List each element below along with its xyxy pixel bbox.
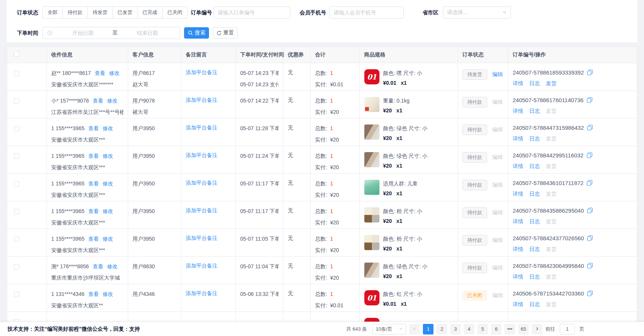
view-recipient-link[interactable]: 查看 — [88, 291, 99, 297]
modify-recipient-link[interactable]: 修改 — [109, 70, 120, 76]
log-link[interactable]: 日志 — [529, 135, 540, 142]
row-checkbox[interactable] — [14, 264, 19, 269]
modify-recipient-link[interactable]: 修改 — [107, 98, 118, 104]
row-checkbox[interactable] — [14, 236, 19, 242]
search-button[interactable]: 搜索 — [184, 27, 209, 39]
row-checkbox[interactable] — [14, 126, 19, 131]
edit-link[interactable]: 编辑 — [492, 237, 503, 243]
view-recipient-link[interactable]: 查看 — [93, 263, 103, 269]
log-link[interactable]: 日志 — [529, 274, 540, 280]
edit-link[interactable]: 编辑 — [492, 99, 503, 105]
region-select[interactable]: 请选择... — [443, 6, 511, 19]
goto-page-input[interactable] — [560, 324, 575, 334]
page-button-6[interactable]: 6 — [491, 324, 502, 334]
page-button-4[interactable]: 4 — [464, 324, 474, 334]
add-platform-note-link[interactable]: 添加平台备注 — [186, 263, 218, 269]
modify-recipient-link[interactable]: 修改 — [102, 236, 113, 242]
select-all-checkbox[interactable] — [14, 51, 19, 57]
status-filter-completed[interactable]: 已完成 — [137, 6, 163, 19]
view-recipient-link[interactable]: 查看 — [88, 153, 99, 159]
edit-link[interactable]: 编辑 — [492, 154, 503, 160]
copy-icon[interactable] — [587, 263, 593, 269]
page-button-5[interactable]: 5 — [477, 324, 488, 334]
log-link[interactable]: 日志 — [529, 163, 540, 170]
detail-link[interactable]: 详情 — [513, 163, 523, 170]
row-checkbox[interactable] — [14, 71, 19, 76]
modify-recipient-link[interactable]: 修改 — [102, 125, 113, 131]
ship-link[interactable]: 发货 — [546, 108, 557, 115]
modify-recipient-link[interactable]: 修改 — [107, 263, 118, 269]
log-link[interactable]: 日志 — [529, 301, 540, 308]
copy-icon[interactable] — [587, 69, 593, 75]
page-button-65[interactable]: 65 — [518, 324, 529, 334]
log-link[interactable]: 日志 — [529, 108, 540, 115]
ship-link[interactable]: 发货 — [546, 218, 557, 225]
copy-icon[interactable] — [587, 97, 593, 103]
view-recipient-link[interactable]: 查看 — [88, 125, 99, 131]
ship-link[interactable]: 发货 — [546, 301, 557, 308]
add-platform-note-link[interactable]: 添加平台备注 — [186, 69, 218, 75]
edit-link[interactable]: 编辑 — [492, 292, 503, 298]
start-date-input[interactable] — [55, 30, 111, 36]
ship-link[interactable]: 发货 — [546, 80, 557, 87]
log-link[interactable]: 日志 — [529, 218, 540, 225]
order-number-input[interactable] — [214, 6, 290, 19]
log-link[interactable]: 日志 — [529, 246, 540, 253]
add-platform-note-link[interactable]: 添加平台备注 — [186, 290, 218, 296]
copy-icon[interactable] — [587, 235, 593, 241]
ship-link[interactable]: 发货 — [546, 191, 557, 198]
modify-recipient-link[interactable]: 修改 — [102, 291, 113, 297]
status-filter-unpaid[interactable]: 待付款 — [62, 6, 88, 19]
detail-link[interactable]: 详情 — [513, 274, 523, 280]
next-page-button[interactable] — [532, 324, 542, 334]
view-recipient-link[interactable]: 查看 — [88, 236, 99, 242]
log-link[interactable]: 日志 — [529, 191, 540, 198]
row-checkbox[interactable] — [14, 98, 19, 104]
status-filter-closed[interactable]: 已关闭 — [162, 6, 187, 19]
view-recipient-link[interactable]: 查看 — [88, 208, 99, 214]
modify-recipient-link[interactable]: 修改 — [102, 180, 113, 187]
detail-link[interactable]: 详情 — [513, 135, 523, 142]
view-recipient-link[interactable]: 查看 — [93, 98, 103, 104]
prev-page-button[interactable] — [409, 324, 420, 334]
copy-icon[interactable] — [587, 290, 593, 296]
end-date-input[interactable] — [119, 30, 176, 36]
page-button-1[interactable]: 1 — [423, 324, 433, 334]
view-recipient-link[interactable]: 查看 — [88, 180, 99, 187]
add-platform-note-link[interactable]: 添加平台备注 — [186, 97, 218, 103]
edit-link[interactable]: 编辑 — [492, 182, 503, 188]
modify-recipient-link[interactable]: 修改 — [102, 153, 113, 159]
add-platform-note-link[interactable]: 添加平台备注 — [186, 235, 218, 241]
status-filter-unshipped[interactable]: 待发货 — [87, 6, 113, 19]
edit-link[interactable]: 编辑 — [492, 126, 503, 132]
edit-link[interactable]: 编辑 — [492, 209, 503, 215]
add-platform-note-link[interactable]: 添加平台备注 — [186, 180, 218, 186]
add-platform-note-link[interactable]: 添加平台备注 — [186, 152, 218, 158]
detail-link[interactable]: 详情 — [513, 108, 523, 115]
reset-button[interactable]: 重置 — [213, 27, 238, 39]
view-recipient-link[interactable]: 查看 — [95, 70, 105, 76]
modify-recipient-link[interactable]: 修改 — [102, 208, 113, 214]
edit-link[interactable]: 编辑 — [492, 264, 503, 271]
row-checkbox[interactable] — [14, 154, 19, 159]
edit-link[interactable]: 编辑 — [492, 71, 503, 77]
detail-link[interactable]: 详情 — [513, 80, 523, 87]
copy-icon[interactable] — [587, 152, 593, 158]
copy-icon[interactable] — [587, 124, 593, 131]
add-platform-note-link[interactable]: 添加平台备注 — [186, 124, 218, 131]
detail-link[interactable]: 详情 — [513, 218, 523, 225]
detail-link[interactable]: 详情 — [513, 246, 523, 253]
page-button-3[interactable]: 3 — [450, 324, 461, 334]
add-platform-note-link[interactable]: 添加平台备注 — [186, 207, 218, 213]
detail-link[interactable]: 详情 — [513, 191, 523, 198]
ship-link[interactable]: 发货 — [546, 246, 557, 253]
row-checkbox[interactable] — [14, 209, 19, 214]
ship-link[interactable]: 发货 — [546, 163, 557, 170]
log-link[interactable]: 日志 — [529, 80, 540, 87]
ship-link[interactable]: 发货 — [546, 274, 557, 280]
page-button-2[interactable]: 2 — [437, 324, 447, 334]
pagination-ellipsis[interactable]: ••• — [505, 324, 515, 334]
order-time-range[interactable]: 至 — [42, 27, 180, 39]
detail-link[interactable]: 详情 — [513, 301, 523, 308]
ship-link[interactable]: 发货 — [546, 135, 557, 142]
